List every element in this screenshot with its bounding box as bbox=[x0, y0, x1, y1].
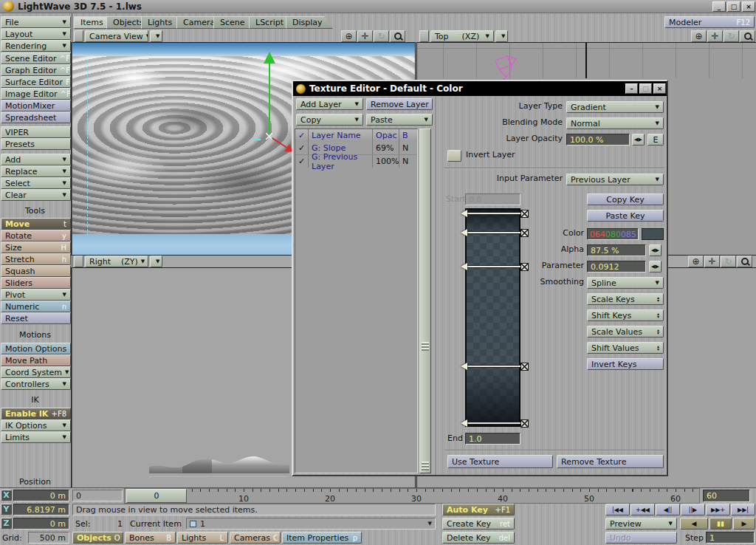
frame-slider-thumb[interactable]: 0 bbox=[126, 489, 187, 503]
mode-objects-button[interactable]: ObjectsO bbox=[72, 532, 123, 544]
move-gizmo-axis-x-tick[interactable] bbox=[253, 139, 261, 140]
prev-frame-button[interactable]: ◀|| bbox=[656, 504, 680, 515]
mode-cameras-button[interactable]: CamerasC bbox=[230, 532, 281, 544]
create-key-button[interactable]: Create Keyret bbox=[442, 518, 515, 529]
tool-move[interactable]: Movet bbox=[1, 218, 71, 230]
close-button[interactable]: × bbox=[742, 1, 755, 12]
copy-key-button[interactable]: Copy Key bbox=[587, 193, 664, 205]
use-texture-button[interactable]: Use Texture bbox=[447, 455, 553, 468]
next-keyframe-button[interactable]: ▶▶+ bbox=[706, 504, 730, 515]
play-reverse-button[interactable]: ◀ bbox=[680, 518, 708, 529]
invert-keys-button[interactable]: Invert Keys bbox=[587, 358, 664, 370]
x-value-field[interactable]: 0 m bbox=[13, 490, 69, 501]
shift-values-button[interactable]: Shift Values bbox=[587, 342, 664, 354]
gradient-key[interactable] bbox=[457, 209, 529, 218]
menu-select[interactable]: Select bbox=[1, 177, 71, 189]
key-delete-icon[interactable] bbox=[520, 210, 529, 218]
prev-keyframe-button[interactable]: +◀◀ bbox=[630, 504, 655, 515]
remove-layer-button[interactable]: Remove Layer bbox=[366, 98, 433, 110]
br-rotate-view-icon[interactable]: ↻ bbox=[721, 256, 736, 267]
top-orbit-icon[interactable]: ⊕ bbox=[691, 30, 707, 42]
orbit-icon[interactable]: ⊕ bbox=[341, 30, 357, 42]
remove-texture-button[interactable]: Remove Texture bbox=[557, 455, 664, 468]
layer-list-scrollbar[interactable] bbox=[419, 128, 431, 473]
timeline-ruler[interactable]: 0 10 20 30 40 50 60 0 bbox=[124, 488, 700, 504]
blending-mode-dropdown[interactable]: Normal bbox=[566, 117, 664, 129]
end-field[interactable]: 1.0 bbox=[465, 433, 520, 445]
color-rgb-field[interactable]: 064 080 085 bbox=[587, 228, 639, 240]
parameter-stepper[interactable]: ◀▶ bbox=[649, 261, 662, 272]
camera-view-extra-dropdown[interactable] bbox=[150, 30, 162, 42]
input-parameter-dropdown[interactable]: Previous Layer bbox=[566, 174, 664, 185]
key-handle-icon[interactable] bbox=[457, 210, 467, 217]
auto-key-button[interactable]: Auto Key+F1 bbox=[442, 504, 515, 515]
undo-button[interactable]: Undo bbox=[605, 532, 677, 544]
go-end-button[interactable]: ▶▶| bbox=[731, 504, 755, 515]
key-handle-icon[interactable] bbox=[457, 229, 467, 236]
alpha-stepper[interactable]: ◀▶ bbox=[649, 244, 662, 256]
top-zoom-icon[interactable] bbox=[740, 30, 755, 42]
right-view-extra-dropdown[interactable] bbox=[150, 256, 162, 267]
layer-enabled-check-icon[interactable]: ✓ bbox=[295, 142, 309, 154]
y-axis-button[interactable]: Y bbox=[1, 504, 12, 515]
tool-reset[interactable]: Reset bbox=[1, 312, 71, 324]
shift-keys-button[interactable]: Shift Keys bbox=[587, 309, 664, 321]
rotate-view-icon[interactable]: ↻ bbox=[374, 30, 389, 42]
dialog-maximize-button[interactable]: □ bbox=[639, 83, 652, 94]
gradient-key[interactable] bbox=[457, 419, 529, 428]
minimize-button[interactable]: _ bbox=[712, 1, 726, 12]
menu-layout[interactable]: Layout bbox=[1, 28, 71, 40]
menu-rendering[interactable]: Rendering bbox=[1, 40, 71, 52]
key-handle-icon[interactable] bbox=[457, 419, 467, 427]
br-zoom-icon[interactable] bbox=[737, 256, 752, 267]
current-frame-field[interactable]: 0 bbox=[72, 490, 123, 501]
tool-numeric[interactable]: Numericn bbox=[1, 301, 71, 312]
pause-button[interactable]: ▮▮ bbox=[709, 518, 732, 529]
br-orbit-icon[interactable]: ⊕ bbox=[688, 256, 704, 267]
current-item-dropdown[interactable]: 1 bbox=[186, 518, 436, 529]
menu-viper[interactable]: VIPER bbox=[1, 126, 71, 138]
top-view-select[interactable]: Top(XZ) bbox=[430, 30, 494, 42]
top-viewport-options-button[interactable] bbox=[419, 30, 429, 42]
menu-coord-system[interactable]: Coord System bbox=[1, 366, 71, 378]
copy-dropdown[interactable]: Copy bbox=[296, 114, 363, 126]
key-handle-icon[interactable] bbox=[457, 263, 467, 270]
menu-ik-options[interactable]: IK Options bbox=[1, 419, 71, 431]
dialog-minimize-button[interactable]: – bbox=[625, 83, 638, 94]
menu-scene-editor[interactable]: Scene Editor^F1 bbox=[1, 52, 71, 64]
modeler-button[interactable]: ModelerF12 bbox=[664, 16, 755, 28]
gradient-bar[interactable] bbox=[465, 208, 520, 427]
br-pan-icon[interactable]: ✛ bbox=[704, 256, 720, 267]
key-delete-icon[interactable] bbox=[520, 229, 529, 237]
menu-motion-options[interactable]: Motion Optionsm bbox=[1, 343, 71, 354]
z-axis-button[interactable]: Z bbox=[1, 518, 12, 529]
envelope-button[interactable]: E bbox=[647, 134, 664, 145]
z-value-field[interactable]: 0 m bbox=[13, 518, 69, 529]
tab-display[interactable]: Display bbox=[286, 16, 333, 29]
parameter-field[interactable]: 0.0912 bbox=[587, 261, 646, 272]
add-layer-dropdown[interactable]: Add Layer bbox=[296, 98, 363, 110]
step-field[interactable]: 1 bbox=[706, 532, 755, 544]
pan-icon[interactable]: ✛ bbox=[357, 30, 373, 42]
key-delete-icon[interactable] bbox=[520, 263, 529, 271]
menu-file[interactable]: File bbox=[1, 16, 71, 28]
tool-size[interactable]: SizeH bbox=[1, 241, 71, 253]
menu-move-path[interactable]: Move Path bbox=[1, 354, 71, 366]
invert-layer-checkbox[interactable] bbox=[447, 150, 461, 162]
paste-key-button[interactable]: Paste Key bbox=[587, 210, 664, 222]
paste-dropdown[interactable]: Paste bbox=[366, 114, 433, 126]
key-handle-icon[interactable] bbox=[457, 363, 467, 370]
layer-opacity-field[interactable]: 100.0 % bbox=[566, 134, 630, 145]
menu-motionmixer[interactable]: MotionMixer bbox=[1, 100, 71, 112]
preview-dropdown[interactable]: Preview bbox=[605, 518, 677, 529]
tool-sliders[interactable]: Sliders bbox=[1, 277, 71, 289]
menu-graph-editor[interactable]: Graph Editor^F2 bbox=[1, 64, 71, 76]
go-start-button[interactable]: |◀◀ bbox=[605, 504, 630, 515]
next-frame-button[interactable]: ||▶ bbox=[681, 504, 705, 515]
menu-presets[interactable]: Presets bbox=[1, 138, 71, 150]
mode-lights-button[interactable]: LightsL bbox=[177, 532, 228, 544]
right-view-select[interactable]: Right(ZY) bbox=[85, 256, 148, 267]
layer-name[interactable]: G: Previous Layer bbox=[309, 155, 373, 168]
layer-type-dropdown[interactable]: Gradient bbox=[566, 101, 664, 113]
texture-editor-titlebar[interactable]: Texture Editor - Default - Color bbox=[293, 81, 667, 96]
